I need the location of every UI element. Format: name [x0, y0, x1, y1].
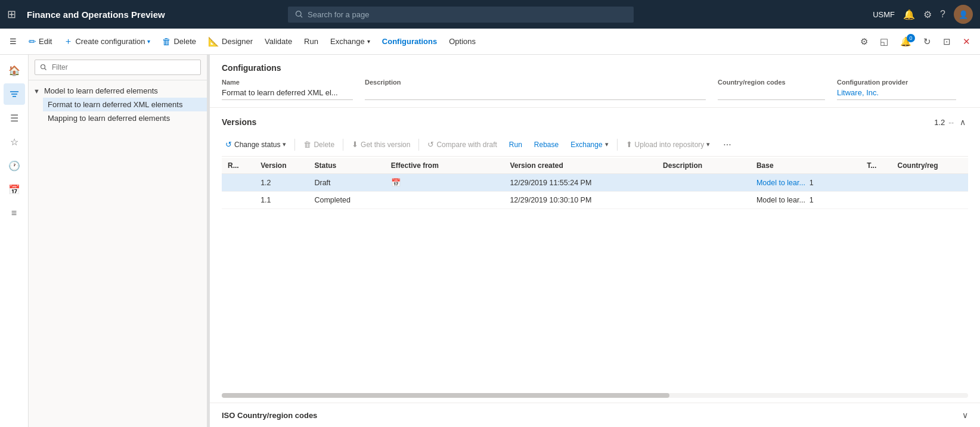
row2-base: Model to lear... 1 [750, 192, 861, 209]
versions-toolbar: ↺ Change status ▾ 🗑 Delete ⬇ Get this ve… [222, 134, 968, 157]
row2-created: 12/29/2019 10:30:10 PM [504, 192, 657, 209]
ver-delete-icon: 🗑 [303, 140, 311, 149]
table-row[interactable]: 1.1 Completed 12/29/2019 10:30:10 PM Mod… [222, 192, 968, 209]
tree-filter [29, 55, 207, 80]
row1-country [892, 174, 968, 192]
tree-node-root[interactable]: ▼ Model to learn deferred elements [29, 84, 207, 98]
edit-button[interactable]: ✏ Edit [24, 33, 57, 51]
versions-controls: 1.2 -- ∧ [934, 116, 968, 128]
iso-collapse-button[interactable]: ∨ [962, 410, 968, 420]
tree-children: Format to learn deferred XML elements Ma… [29, 98, 207, 125]
create-config-button[interactable]: ＋ Create configuration ▾ [59, 32, 155, 51]
rebase-button[interactable]: Rebase [531, 138, 562, 151]
row1-version: 1.2 [255, 174, 308, 192]
sidebar-item-calendar[interactable]: 📅 [4, 179, 25, 200]
calendar-icon-row1[interactable]: 📅 [391, 178, 401, 187]
versions-table-container: R... Version Status Effective from Versi… [222, 157, 968, 388]
exchange-button[interactable]: Exchange ▾ [325, 33, 375, 49]
table-row[interactable]: 1.2 Draft 📅 12/29/2019 11:55:24 PM Model… [222, 174, 968, 192]
col-header-t: T... [861, 158, 891, 174]
col-header-r: R... [222, 158, 255, 174]
settings-icon[interactable]: ⚙ [923, 9, 932, 20]
designer-button[interactable]: 📐 Designer [203, 33, 258, 51]
personalize-icon: ⚙ [860, 36, 868, 47]
row1-t [861, 174, 891, 192]
horizontal-scrollbar[interactable] [222, 388, 968, 403]
change-status-icon: ↺ [225, 140, 232, 149]
top-nav: ⊞ Finance and Operations Preview USMF 🔔 … [0, 0, 980, 29]
config-header: Configurations Name Format to learn defe… [210, 55, 980, 108]
row2-effective [385, 192, 504, 209]
hamburger-button[interactable]: ☰ [5, 33, 21, 49]
upload-icon: ⬆ [626, 140, 632, 149]
row2-country [892, 192, 968, 209]
hamburger-icon: ☰ [10, 37, 17, 46]
app-title: Finance and Operations Preview [27, 10, 165, 20]
expand-icon: ▼ [33, 88, 42, 95]
sidebar-item-filter[interactable] [4, 83, 25, 105]
close-button[interactable]: ✕ [958, 33, 975, 51]
ver-exchange-button[interactable]: Exchange ▾ [567, 138, 612, 151]
search-input[interactable] [308, 10, 627, 19]
restore-button[interactable]: ⊡ [938, 33, 956, 51]
selected-node-label: Format to learn deferred XML elements [48, 100, 182, 109]
compare-icon: ↺ [427, 140, 434, 149]
iso-title: ISO Country/region codes [222, 411, 317, 420]
meta-description: Description [365, 79, 718, 100]
compare-draft-button[interactable]: ↺ Compare with draft [424, 138, 500, 151]
provider-value[interactable]: Litware, Inc. [837, 88, 956, 100]
help-icon[interactable]: ? [940, 9, 945, 20]
ver-run-button[interactable]: Run [505, 138, 526, 151]
refresh-icon: ↻ [923, 36, 931, 47]
plus-icon: ＋ [64, 36, 73, 47]
meta-provider: Configuration provider Litware, Inc. [837, 79, 968, 100]
svg-point-0 [296, 11, 301, 17]
change-status-button[interactable]: ↺ Change status ▾ [222, 138, 290, 151]
col-header-description: Description [657, 158, 750, 174]
ver-delete-button[interactable]: 🗑 Delete [300, 138, 338, 151]
tree-node-format[interactable]: Format to learn deferred XML elements [43, 98, 207, 111]
personalize-button[interactable]: ⚙ [855, 33, 873, 51]
view-button[interactable]: ◱ [875, 33, 893, 51]
avatar[interactable]: 👤 [954, 5, 973, 24]
row1-base-link[interactable]: Model to lear... [756, 179, 805, 187]
configurations-button[interactable]: Configurations [377, 33, 442, 49]
main-toolbar: ☰ ✏ Edit ＋ Create configuration ▾ 🗑 Dele… [0, 29, 980, 55]
scroll-track [222, 393, 968, 398]
meta-country: Country/region codes [718, 79, 837, 100]
row1-effective: 📅 [385, 174, 504, 192]
version-number: 1.2 [934, 118, 945, 127]
col-header-status: Status [308, 158, 384, 174]
delete-button[interactable]: 🗑 Delete [157, 33, 201, 50]
tree-filter-input[interactable] [35, 60, 201, 75]
sidebar-icons: 🏠 ☰ ☆ 🕐 📅 ≡ [0, 55, 29, 427]
versions-title: Versions [222, 117, 256, 127]
run-button[interactable]: Run [299, 33, 323, 49]
ver-tb-sep-1 [294, 139, 295, 151]
row1-r [222, 174, 255, 192]
sidebar-item-list[interactable]: ☰ [4, 107, 25, 129]
sidebar-item-star[interactable]: ☆ [4, 131, 25, 152]
sidebar-item-menulist[interactable]: ≡ [4, 202, 25, 224]
notification-bell-button[interactable]: 🔔 0 [895, 33, 916, 51]
options-button[interactable]: Options [444, 33, 480, 49]
versions-collapse-button[interactable]: ∧ [957, 116, 968, 128]
col-header-created: Version created [504, 158, 657, 174]
col-header-base: Base [750, 158, 861, 174]
notification-icon[interactable]: 🔔 [903, 9, 915, 20]
validate-button[interactable]: Validate [260, 33, 297, 49]
grid-icon[interactable]: ⊞ [7, 8, 16, 21]
sidebar-item-home[interactable]: 🏠 [4, 60, 25, 81]
ver-more-button[interactable]: ··· [720, 138, 734, 151]
col-header-effective: Effective from [385, 158, 504, 174]
change-status-chevron: ▾ [283, 141, 286, 148]
row1-desc [657, 174, 750, 192]
refresh-button[interactable]: ↻ [919, 33, 936, 51]
ver-tb-sep-3 [418, 139, 419, 151]
tree-node-mapping[interactable]: Mapping to learn deferred elements [43, 111, 207, 125]
get-version-button[interactable]: ⬇ Get this version [348, 138, 414, 151]
upload-repository-button[interactable]: ⬆ Upload into repository ▾ [622, 138, 714, 151]
sidebar-item-history[interactable]: 🕐 [4, 155, 25, 176]
versions-table-body: 1.2 Draft 📅 12/29/2019 11:55:24 PM Model… [222, 174, 968, 209]
description-label: Description [365, 79, 706, 86]
